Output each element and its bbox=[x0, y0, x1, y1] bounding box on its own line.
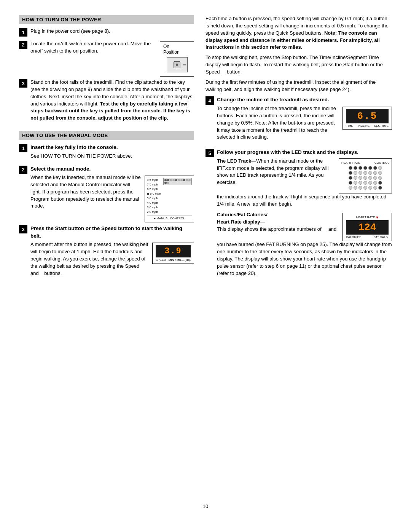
manual-control-speeds: 8.5 mph 7.5 mph 6.5 mph 6.0 mph 5.0 mph … bbox=[147, 178, 192, 214]
heart-rate-illustration: HEART RATE ♥ 124 CALORIES FAT CALS. bbox=[342, 213, 392, 241]
led-dot bbox=[373, 166, 377, 170]
manual-step-3-text: A moment after the button is pressed, th… bbox=[30, 241, 148, 277]
power-step-2-text: Locate the on/off switch near the power … bbox=[30, 40, 156, 55]
manual-step-1-text: See HOW TO TURN ON THE POWER above. bbox=[30, 153, 194, 160]
led-dot bbox=[373, 181, 377, 185]
led-dot bbox=[354, 171, 357, 175]
led-dot bbox=[363, 176, 367, 180]
led-dot bbox=[368, 176, 372, 180]
on-position-illustration: OnPosition bbox=[160, 41, 194, 77]
left-column: HOW TO TURN ON THE POWER 1 Plug in the p… bbox=[19, 15, 194, 496]
manual-step-2: 2 Select the manual mode. When the key i… bbox=[19, 165, 194, 223]
heart-icon: ♥ bbox=[376, 215, 378, 219]
led-dot bbox=[378, 166, 382, 170]
power-step-3-text: Stand on the foot rails of the treadmill… bbox=[30, 79, 194, 122]
speed-display-labels: SPEED MIN / MILE (km) bbox=[156, 258, 191, 262]
incline-display-labels: TIME INCLINE SEG.TIME bbox=[346, 124, 389, 128]
right-step-4-title: Change the incline of the treadmill as d… bbox=[217, 96, 392, 104]
manual-control-label: ● MANUAL CONTROL bbox=[147, 216, 192, 220]
led-dot bbox=[368, 171, 372, 175]
power-step-3: 3 Stand on the foot rails of the treadmi… bbox=[19, 79, 194, 125]
right-step-num-4: 4 bbox=[206, 96, 214, 105]
led-dot bbox=[349, 176, 352, 180]
speed-display-illustration: 3.9 SPEED MIN / MILE (km) bbox=[152, 243, 194, 264]
led-dot bbox=[349, 171, 352, 175]
heart-rate-label-led: HEART RATE bbox=[341, 161, 360, 165]
right-intro-1-bold: Note: The console can display speed and … bbox=[206, 30, 380, 50]
manual-step-3-title: Press the Start button or the Speed butt… bbox=[30, 225, 194, 240]
led-row-5 bbox=[341, 186, 389, 190]
heart-rate-header: HEART RATE ♥ bbox=[346, 215, 389, 219]
section-header-manual: HOW TO USE THE MANUAL MODE bbox=[19, 131, 194, 140]
right-intro-1: Each time a button is pressed, the speed… bbox=[206, 15, 392, 51]
led-dot bbox=[368, 181, 372, 185]
power-step-2: 2 Locate the on/off switch near the powe… bbox=[19, 40, 194, 77]
led-dot bbox=[358, 181, 362, 185]
step-num-1: 1 bbox=[19, 28, 27, 37]
manual-step-1-title: Insert the key fully into the console. bbox=[30, 144, 194, 151]
calories-title: Calories/Fat Calories/Heart Rate display bbox=[217, 212, 268, 225]
led-dot bbox=[358, 166, 362, 170]
heart-rate-text: HEART RATE bbox=[356, 216, 375, 219]
led-dot bbox=[358, 176, 362, 180]
led-track-text: The LED Track—When the manual mode or th… bbox=[217, 158, 335, 186]
led-row-1 bbox=[341, 166, 389, 170]
led-dot bbox=[354, 176, 357, 180]
manual-step-num-3: 3 bbox=[19, 225, 27, 233]
right-step-num-5: 5 bbox=[206, 149, 214, 157]
led-dot bbox=[378, 186, 382, 190]
led-dot bbox=[363, 166, 367, 170]
page: HOW TO TURN ON THE POWER 1 Plug in the p… bbox=[0, 0, 411, 532]
page-number: 10 bbox=[19, 503, 392, 509]
speed-digital-value: 3.9 bbox=[156, 245, 191, 257]
led-dot bbox=[358, 171, 362, 175]
led-dot bbox=[354, 186, 357, 190]
control-label-led: CONTROL bbox=[374, 161, 389, 165]
led-dot bbox=[354, 166, 357, 170]
right-step-4: 4 Change the incline of the treadmill as… bbox=[206, 96, 392, 144]
led-dot bbox=[363, 181, 367, 185]
led-dot bbox=[354, 181, 357, 185]
calories-label: CALORIES bbox=[346, 235, 361, 239]
manual-step-1: 1 Insert the key fully into the console.… bbox=[19, 144, 194, 163]
led-dot bbox=[363, 186, 367, 190]
calories-text-2: you have burned (see FAT BURNING on page… bbox=[217, 241, 392, 277]
led-track-title: The LED Track bbox=[217, 158, 251, 164]
on-position-label: OnPosition bbox=[163, 44, 191, 56]
step-num-3: 3 bbox=[19, 79, 27, 88]
manual-step-2-text: When the key is inserted, the manual mod… bbox=[30, 174, 141, 210]
right-step-4-text: To change the incline of the treadmill, … bbox=[217, 105, 339, 141]
incline-digital-value: 6.5 bbox=[346, 109, 389, 123]
power-step-3-bold: Test the clip by carefully taking a few … bbox=[30, 101, 190, 121]
power-step-1: 1 Plug in the power cord (see page 8). bbox=[19, 28, 194, 38]
calories-subsection: Calories/Fat Calories/Heart Rate display… bbox=[217, 211, 392, 277]
incline-segtime-label: SEG.TIME bbox=[374, 124, 389, 128]
led-dot bbox=[368, 166, 372, 170]
manual-step-num-1: 1 bbox=[19, 144, 27, 152]
led-dot bbox=[368, 186, 372, 190]
power-step-1-text: Plug in the power cord (see page 8). bbox=[30, 28, 194, 35]
right-step-5-title: Follow your progress with the LED track … bbox=[217, 149, 392, 156]
led-row-3 bbox=[341, 176, 389, 180]
incline-label: INCLINE bbox=[358, 124, 370, 128]
led-dot bbox=[373, 176, 377, 180]
right-intro-2: To stop the walking belt, press the Stop… bbox=[206, 54, 392, 76]
led-dot bbox=[378, 176, 382, 180]
led-row-2 bbox=[341, 171, 389, 175]
right-column: Each time a button is pressed, the speed… bbox=[206, 15, 392, 496]
led-dot bbox=[349, 186, 352, 190]
led-dot bbox=[378, 171, 382, 175]
section-header-power: HOW TO TURN ON THE POWER bbox=[19, 15, 194, 24]
led-track-illustration: HEART RATE CONTROL bbox=[339, 158, 392, 193]
led-track-subsection: The LED Track—When the manual mode or th… bbox=[217, 158, 392, 208]
led-dot bbox=[373, 171, 377, 175]
mile-label: MIN / MILE (km) bbox=[169, 258, 191, 262]
heart-labels: CALORIES FAT CALS. bbox=[346, 235, 389, 239]
led-dot bbox=[358, 186, 362, 190]
incline-time-label: TIME bbox=[346, 124, 353, 128]
step-num-2: 2 bbox=[19, 41, 27, 49]
led-row-4 bbox=[341, 181, 389, 185]
calories-text: Calories/Fat Calories/Heart Rate display… bbox=[217, 211, 339, 233]
right-step-5: 5 Follow your progress with the LED trac… bbox=[206, 149, 392, 281]
manual-step-3: 3 Press the Start button or the Speed bu… bbox=[19, 225, 194, 280]
